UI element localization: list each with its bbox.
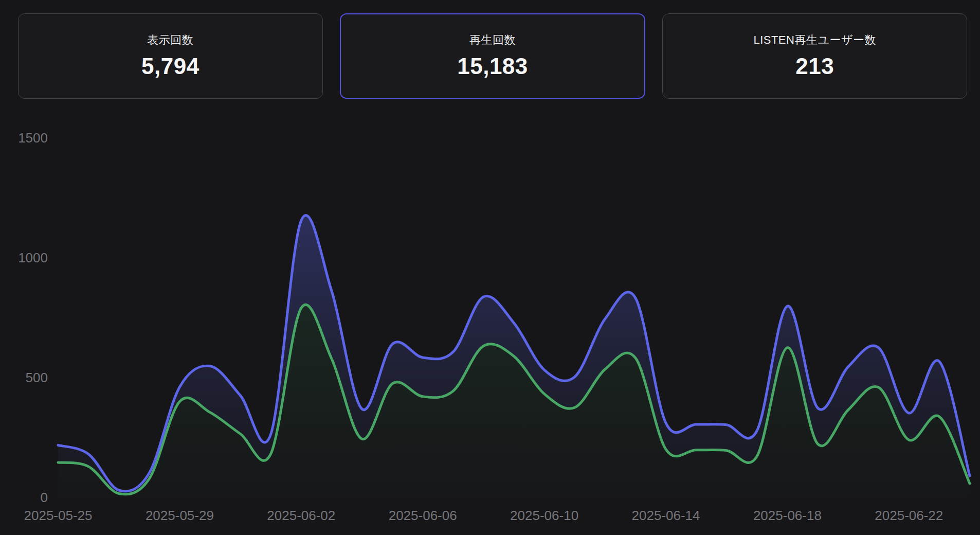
x-axis-tick: 2025-05-29 (146, 508, 214, 523)
y-axis-tick: 1000 (18, 250, 48, 265)
stat-card-label: 再生回数 (469, 34, 516, 46)
stat-card-plays[interactable]: 再生回数 15,183 (340, 13, 646, 99)
x-axis-tick: 2025-06-10 (510, 508, 578, 523)
stat-card-impressions[interactable]: 表示回数 5,794 (18, 13, 323, 99)
x-axis-tick: 2025-06-18 (753, 508, 822, 523)
x-axis-tick: 2025-05-25 (24, 508, 93, 523)
x-axis-tick: 2025-06-06 (389, 508, 457, 523)
stat-card-value: 213 (795, 55, 834, 78)
y-axis-tick: 500 (26, 370, 48, 385)
stat-card-label: 表示回数 (147, 34, 193, 46)
analytics-dashboard: 表示回数 5,794 再生回数 15,183 LISTEN再生ユーザー数 213 (0, 0, 980, 535)
stat-cards: 表示回数 5,794 再生回数 15,183 LISTEN再生ユーザー数 213 (18, 13, 967, 99)
stat-card-label: LISTEN再生ユーザー数 (753, 34, 876, 46)
y-axis-tick: 1500 (18, 130, 48, 146)
x-axis-tick: 2025-06-22 (875, 508, 943, 523)
x-axis-tick: 2025-06-14 (632, 508, 700, 523)
x-axis-tick: 2025-06-02 (267, 508, 335, 523)
stat-card-value: 15,183 (457, 55, 528, 78)
stat-card-listen-users[interactable]: LISTEN再生ユーザー数 213 (662, 13, 967, 99)
y-axis-tick: 0 (41, 490, 48, 505)
stat-card-value: 5,794 (141, 55, 199, 78)
